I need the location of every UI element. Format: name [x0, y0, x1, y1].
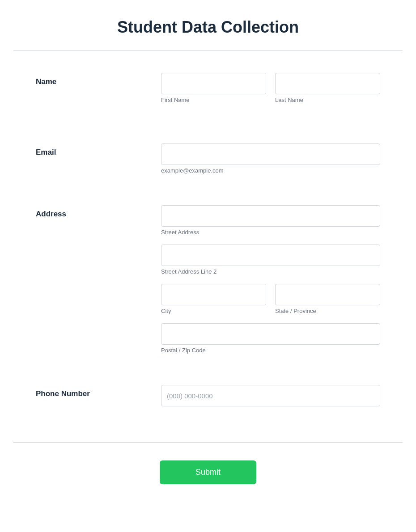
- email-group: example@example.com: [161, 144, 380, 174]
- postal-group: Postal / Zip Code: [161, 323, 380, 354]
- street-address-input[interactable]: [161, 205, 380, 227]
- city-group: City: [161, 284, 266, 314]
- postal-code-input[interactable]: [161, 323, 380, 345]
- page-title: Student Data Collection: [0, 18, 416, 37]
- state-hint: State / Province: [275, 308, 380, 314]
- first-name-input[interactable]: [161, 73, 266, 94]
- submit-button[interactable]: Submit: [160, 460, 256, 484]
- phone-label: Phone Number: [36, 389, 90, 398]
- name-label: Name: [36, 77, 56, 86]
- first-name-hint: First Name: [161, 97, 266, 103]
- street-address-line2-input[interactable]: [161, 245, 380, 266]
- city-hint: City: [161, 308, 266, 314]
- state-group: State / Province: [275, 284, 380, 323]
- name-fields-col: First Name Last Name: [161, 73, 380, 112]
- phone-fields-col: [161, 385, 380, 406]
- phone-group: [161, 385, 380, 406]
- postal-hint: Postal / Zip Code: [161, 347, 380, 354]
- last-name-input[interactable]: [275, 73, 380, 94]
- address-label: Address: [36, 210, 66, 218]
- city-state-col: City State / Province: [161, 284, 380, 323]
- state-province-input[interactable]: [275, 284, 380, 305]
- email-label-col: Email: [36, 144, 161, 157]
- email-input[interactable]: [161, 144, 380, 165]
- phone-row: Phone Number: [36, 376, 380, 415]
- email-label: Email: [36, 148, 56, 156]
- street2-hint: Street Address Line 2: [161, 268, 380, 275]
- phone-input[interactable]: [161, 385, 380, 406]
- email-fields-col: example@example.com: [161, 144, 380, 174]
- last-name-hint: Last Name: [275, 97, 380, 103]
- form-container: Name First Name Last Name Email exampl: [0, 51, 416, 442]
- address-row: Address Street Address Street Address Li…: [36, 196, 380, 363]
- name-label-col: Name: [36, 73, 161, 86]
- street1-hint: Street Address: [161, 229, 380, 236]
- city-input[interactable]: [161, 284, 266, 305]
- address-label-col: Address: [36, 205, 161, 219]
- first-name-group: First Name: [161, 73, 266, 103]
- email-row: Email example@example.com: [36, 135, 380, 183]
- phone-label-col: Phone Number: [36, 385, 161, 398]
- last-name-group: Last Name: [275, 73, 380, 112]
- page-header: Student Data Collection: [0, 0, 416, 50]
- email-hint: example@example.com: [161, 167, 380, 174]
- name-row: Name First Name Last Name: [36, 64, 380, 121]
- street2-group: Street Address Line 2: [161, 245, 380, 275]
- street1-group: Street Address: [161, 205, 380, 236]
- name-two-col: First Name Last Name: [161, 73, 380, 112]
- address-fields-col: Street Address Street Address Line 2 Cit…: [161, 205, 380, 354]
- submit-section: Submit: [0, 443, 416, 502]
